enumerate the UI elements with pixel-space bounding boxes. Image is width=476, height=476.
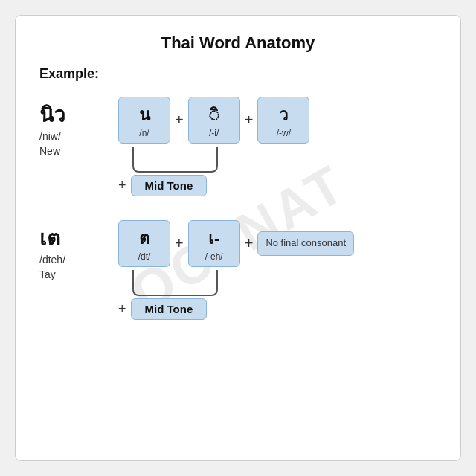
word-thai-1: นิว (39, 104, 106, 127)
word-english-1: New (39, 145, 106, 157)
box-2-1: ต /dt/ (118, 220, 170, 267)
brace-svg-1 (126, 145, 297, 173)
box-1-3: ว /-w/ (257, 97, 309, 144)
word-roman-1: /niw/ (39, 130, 106, 142)
brace-container-1 (126, 145, 297, 173)
box-2-2: เ- /-eh/ (188, 220, 240, 267)
box-roman-1-3: /-w/ (266, 128, 301, 138)
midtone-box-1: Mid Tone (131, 175, 208, 196)
box-thai-1-3: ว (266, 102, 301, 128)
word-block-1: นิว /niw/ New น /n/ + ◌ิ /-i/ + (39, 97, 437, 196)
box-1-2: ◌ิ /-i/ (188, 97, 240, 144)
boxes-row-2: ต /dt/ + เ- /-eh/ + No final consonant (118, 220, 354, 267)
diagram-1: น /n/ + ◌ิ /-i/ + ว /-w/ (118, 97, 309, 196)
example-label: Example: (39, 66, 437, 82)
word-roman-2: /dteh/ (39, 254, 106, 266)
word-block-2: เต /dteh/ Tay ต /dt/ + เ- /-eh/ + (39, 220, 437, 320)
midtone-plus-2: + (118, 301, 126, 317)
box-thai-2-1: ต (126, 225, 162, 251)
plus-icon-1-1: + (175, 112, 184, 129)
midtone-box-2: Mid Tone (131, 298, 208, 320)
plus-icon-2-1: + (175, 235, 184, 252)
box-thai-1-1: น (126, 102, 162, 128)
box-1-1: น /n/ (118, 97, 170, 144)
brace-svg-2 (126, 268, 297, 297)
box-roman-2-2: /-eh/ (196, 251, 232, 262)
box-roman-1-1: /n/ (126, 128, 162, 138)
main-card: OCTNAT Thai Word Anatomy Example: นิว /n… (15, 15, 461, 461)
plus-icon-2-2: + (245, 235, 254, 252)
brace-container-2 (126, 268, 297, 297)
midtone-row-1: + Mid Tone (118, 175, 207, 196)
plus-icon-1-2: + (245, 112, 254, 129)
midtone-plus-1: + (118, 178, 126, 193)
page-title: Thai Word Anatomy (39, 33, 437, 53)
box-thai-2-2: เ- (196, 225, 232, 251)
box-2-3: No final consonant (257, 231, 354, 255)
midtone-row-2: + Mid Tone (118, 298, 207, 320)
word-info-1: นิว /niw/ New (39, 97, 106, 157)
diagram-2: ต /dt/ + เ- /-eh/ + No final consonant (118, 220, 354, 320)
box-roman-1-2: /-i/ (196, 128, 232, 138)
boxes-row-1: น /n/ + ◌ิ /-i/ + ว /-w/ (118, 97, 309, 144)
box-roman-2-1: /dt/ (126, 251, 162, 262)
word-info-2: เต /dteh/ Tay (39, 220, 106, 280)
box-thai-1-2: ◌ิ (196, 102, 232, 128)
box-text-2-3: No final consonant (266, 237, 346, 250)
word-thai-2: เต (39, 228, 106, 251)
word-english-2: Tay (39, 268, 106, 280)
